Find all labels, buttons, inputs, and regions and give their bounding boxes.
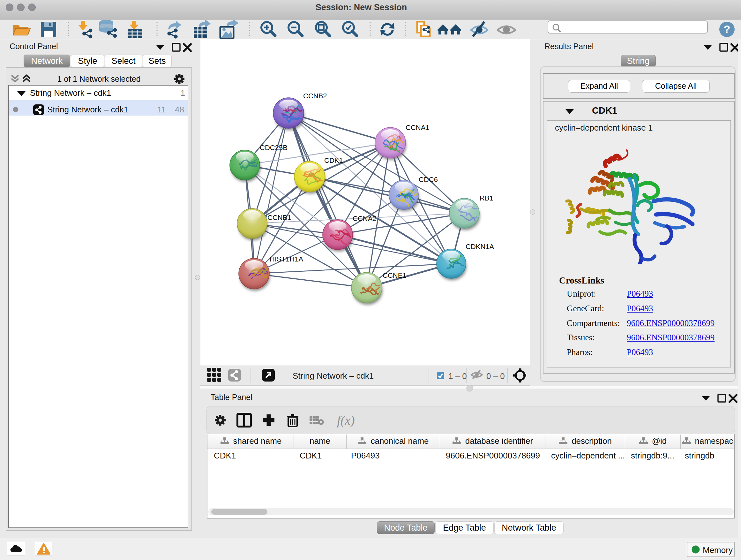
- svg-text:CDC6: CDC6: [419, 176, 438, 184]
- svg-text:CCNA1: CCNA1: [406, 124, 429, 132]
- svg-text:CCNE1: CCNE1: [383, 271, 407, 279]
- svg-text:HIST1H1A: HIST1H1A: [270, 255, 303, 263]
- svg-text:CCNB1: CCNB1: [267, 213, 291, 222]
- svg-text:f(x): f(x): [337, 413, 355, 428]
- svg-text:CCNA2: CCNA2: [353, 214, 377, 223]
- svg-text:CDC25B: CDC25B: [260, 144, 287, 152]
- svg-text:RB1: RB1: [480, 194, 493, 202]
- svg-text:CDKN1A: CDKN1A: [466, 243, 494, 251]
- svg-text:CCNB2: CCNB2: [303, 92, 327, 100]
- svg-text:?: ?: [724, 23, 731, 35]
- svg-text:CDK1: CDK1: [324, 157, 343, 165]
